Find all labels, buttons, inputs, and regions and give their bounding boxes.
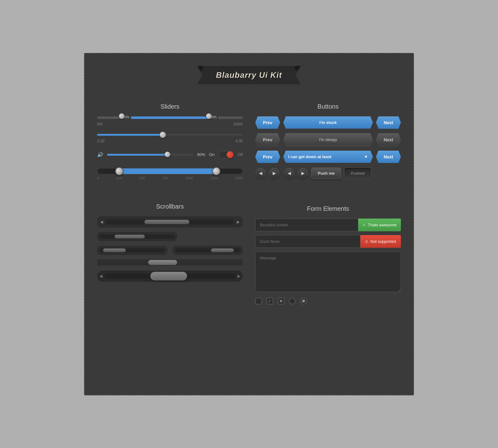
toggle-switch[interactable]	[218, 151, 234, 158]
checkbox-x[interactable]: ✕	[278, 298, 284, 304]
button-row-2: Prev I'm sleepy Next	[255, 133, 401, 146]
push-me-button[interactable]: Push me	[311, 167, 341, 179]
range-right-thumb[interactable]	[212, 167, 220, 175]
badge-not-supported-text: Not supported	[370, 239, 396, 244]
scrollbar-thumb-1[interactable]: ···	[144, 220, 189, 224]
radio-on[interactable]	[300, 298, 307, 304]
scrollbar-round-thumb[interactable]	[150, 272, 187, 281]
dropdown-arrow-icon: ▼	[364, 154, 368, 159]
scrollbar-dr-thumb[interactable]: ···	[211, 248, 234, 252]
slider-left-thumb[interactable]	[119, 113, 125, 119]
icon-next-1[interactable]: ▶	[269, 168, 280, 178]
scrollbar-track-1: ···	[106, 219, 234, 224]
scrollbars-title: Scrollbars	[97, 203, 243, 210]
scrollbar-wide-1[interactable]: ◀ ··· ▶	[97, 216, 243, 228]
scrollbar-double-right[interactable]: ···	[172, 246, 243, 255]
sliders-section: Sliders 20% 80%	[97, 100, 243, 191]
toggle-on-label: On	[209, 152, 214, 157]
checkbox-row: ✓ ✕	[255, 298, 401, 304]
scrollbar-short-dots: ···	[128, 235, 132, 238]
volume-fill	[107, 154, 167, 156]
badge-not-supported: ⚠ Not supported	[360, 235, 401, 248]
range-slider-group: 0 250 500 750 1000 1250 1500	[97, 168, 243, 180]
main-panel: Blaubarry Ui Kit Sliders 20%	[84, 53, 414, 395]
pushed-button[interactable]: Pushed	[344, 167, 371, 179]
form-field-2: ⚠ Not supported	[255, 235, 401, 248]
next-button-2[interactable]: Next	[376, 133, 401, 146]
icon-prev-2[interactable]: ◀	[284, 168, 294, 178]
slider-time-fill	[97, 134, 163, 136]
scrollbar-short-track: ···	[100, 234, 175, 239]
slider-time-track	[97, 134, 243, 136]
form-field-1: ✓ Thats awesome	[255, 219, 401, 231]
range-slider-track	[97, 168, 243, 174]
volume-thumb[interactable]	[165, 152, 170, 157]
slider2-range-labels: 2:20 4:30	[97, 139, 243, 143]
volume-slider-container	[107, 151, 194, 159]
slider-range-fill	[126, 116, 214, 119]
scrollbars-section: Scrollbars ◀ ··· ▶ ···	[97, 203, 243, 282]
banner-title: Blaubarry Ui Kit	[197, 66, 301, 84]
range-labels: 0 250 500 750 1000 1250 1500	[97, 176, 243, 180]
form-title: Form Elements	[255, 205, 401, 212]
volume-toggle-row: 🔊 80% On Off	[97, 151, 243, 159]
toggle-off-label: Off	[237, 152, 243, 157]
field-beautiful-smiles[interactable]	[255, 219, 358, 231]
button-row-4: ◀ ▶ ◀ ▶ Push me Pushed	[255, 167, 401, 179]
badge-awesome: ✓ Thats awesome	[358, 219, 401, 231]
checkbox-unchecked[interactable]	[255, 298, 262, 304]
slider-range-track: 20% 80%	[97, 116, 243, 119]
check-icon: ✓	[363, 223, 366, 227]
range-left-thumb[interactable]	[115, 167, 123, 175]
prev-button-3[interactable]: Prev	[255, 151, 280, 163]
scrollbar-dots-1: ···	[165, 220, 169, 223]
volume-value: 80%	[197, 152, 205, 157]
scrollbar-flat[interactable]	[97, 259, 243, 266]
next-button-1[interactable]: Next	[376, 116, 401, 129]
prev-button-2[interactable]: Prev	[255, 133, 280, 146]
sleepy-button[interactable]: I'm sleepy	[283, 133, 373, 146]
icon-prev-1[interactable]: ◀	[255, 168, 266, 178]
stuck-button[interactable]: I'm stuck	[283, 116, 373, 129]
button-row-3: Prev I can get down at least ▼ Next	[255, 151, 401, 163]
slider-right-thumb-container: 80%	[209, 115, 218, 120]
prev-button-1[interactable]: Prev	[255, 116, 280, 129]
scrollbar-round[interactable]: ◀ ▶	[97, 271, 243, 282]
scroll-left-arrow-1[interactable]: ◀	[99, 219, 104, 225]
message-textarea[interactable]	[255, 252, 401, 292]
scrollbar-dl-thumb[interactable]: ···	[103, 248, 126, 252]
dropdown-button[interactable]: I can get down at least ▼	[283, 151, 373, 163]
warning-icon: ⚠	[365, 239, 369, 244]
scroll-right-arrow-1[interactable]: ▶	[236, 219, 241, 225]
scrollbar-round-track	[104, 274, 236, 279]
scroll-round-right[interactable]: ▶	[237, 274, 240, 278]
buttons-title: Buttons	[255, 103, 401, 110]
icon-next-2[interactable]: ▶	[298, 168, 308, 178]
radio-off[interactable]	[289, 298, 296, 304]
buttons-section: Buttons Prev I'm stuck Next Prev I'm sle…	[255, 100, 401, 186]
next-button-3[interactable]: Next	[376, 151, 401, 163]
toggle-knob	[227, 151, 233, 158]
scrollbar-dl-track: ···	[100, 248, 165, 252]
scrollbar-dr-track: ···	[175, 248, 240, 252]
radio-inner-dot	[302, 299, 305, 303]
scroll-round-left[interactable]: ◀	[100, 274, 102, 278]
slider1-range-labels: 0% 100%	[97, 122, 243, 126]
scrollbar-short[interactable]: ···	[97, 232, 177, 241]
field-duck-faces[interactable]	[255, 235, 360, 248]
slider-right-thumb[interactable]	[206, 113, 212, 119]
checkbox-checked[interactable]: ✓	[266, 298, 273, 304]
slider-range-group: 20% 80% 0% 100%	[97, 116, 243, 126]
scrollbar-double-row: ··· ···	[97, 246, 243, 255]
badge-awesome-text: Thats awesome	[368, 223, 397, 227]
left-column: Sliders 20% 80%	[97, 100, 243, 304]
sliders-title: Sliders	[97, 103, 243, 110]
slider-time-thumb[interactable]	[160, 132, 166, 138]
scrollbar-double-left[interactable]: ···	[97, 246, 167, 255]
volume-track	[107, 154, 194, 156]
scrollbar-short-thumb[interactable]: ···	[115, 235, 145, 238]
content-grid: Sliders 20% 80%	[97, 100, 401, 304]
range-fill	[119, 168, 216, 174]
right-column: Buttons Prev I'm stuck Next Prev I'm sle…	[255, 100, 401, 304]
scrollbar-flat-thumb[interactable]	[148, 260, 177, 265]
